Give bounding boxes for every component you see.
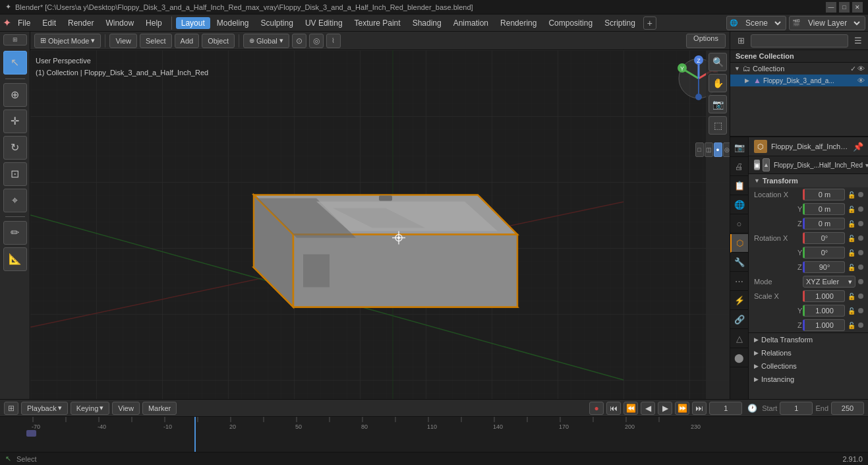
floppy-disk-item[interactable]: ▶ ▲ Floppy_Disk_3_and_a... 👁 <box>730 75 868 86</box>
menu-help[interactable]: Help <box>140 17 167 29</box>
location-y-field[interactable]: 0 m <box>803 203 845 215</box>
location-z-field[interactable]: 0 m <box>803 218 845 230</box>
options-button[interactable]: Options <box>686 34 726 48</box>
prop-instancing[interactable]: ▶ Instancing <box>749 373 868 386</box>
rotation-z-lock[interactable]: 🔓 <box>848 264 855 271</box>
tab-modeling[interactable]: Modeling <box>212 17 254 29</box>
rotate-tool-button[interactable]: ↻ <box>3 136 27 160</box>
play-back-button[interactable]: ◀ <box>641 402 655 415</box>
collection-checkbox[interactable]: ✓ <box>850 65 856 73</box>
viewport-pan[interactable]: ✋ <box>709 74 727 92</box>
view-button[interactable]: View <box>112 402 140 415</box>
rotation-y-field[interactable]: 0° <box>803 247 845 259</box>
outliner-search-input[interactable] <box>751 34 848 47</box>
floppy-eye[interactable]: 👁 <box>857 77 865 84</box>
location-y-lock[interactable]: 🔓 <box>848 206 855 213</box>
transform-selector[interactable]: ⊕ Global ▾ <box>243 34 289 48</box>
prop-tab-data[interactable]: △ <box>730 330 749 348</box>
scale-y-field[interactable]: 1.000 <box>803 305 845 317</box>
add-workspace-button[interactable]: + <box>643 16 656 30</box>
playback-button[interactable]: Playback ▾ <box>21 402 68 415</box>
tab-scripting[interactable]: Scripting <box>599 17 641 29</box>
outliner-filter-button[interactable]: ☰ <box>851 34 865 48</box>
viewport-overlay-2[interactable]: ◫ <box>705 142 713 157</box>
location-x-field[interactable]: 0 m <box>803 189 845 201</box>
viewport-3d[interactable]: User Perspective (1) Collection | Floppy… <box>30 50 730 399</box>
viewport-overlay-1[interactable]: □ <box>695 142 704 157</box>
prop-tab-output[interactable]: 🖨 <box>730 158 749 176</box>
jump-start-button[interactable]: ⏮ <box>606 402 621 415</box>
viewport-camera[interactable]: 📷 <box>709 95 727 113</box>
minimize-button[interactable]: — <box>826 2 836 13</box>
step-fwd-button[interactable]: ⏩ <box>675 402 689 415</box>
prop-mode-value[interactable]: XYZ Euler ▾ <box>803 276 855 288</box>
collection-item-collection[interactable]: ▼ 🗂 Collection ✓ 👁 <box>730 63 868 75</box>
view-layer-selector[interactable]: View Layer <box>801 16 862 30</box>
cursor-tool-button[interactable]: ⊕ <box>3 83 27 107</box>
viewport-render-mode[interactable]: ⬚ <box>709 116 727 135</box>
current-frame-input[interactable] <box>709 402 742 415</box>
prop-tab-render[interactable]: 📷 <box>730 139 749 157</box>
prop-relations[interactable]: ▶ Relations <box>749 346 868 359</box>
outliner-mode-icon[interactable]: ⊞ <box>734 34 748 48</box>
transform-tool-button[interactable]: ⌖ <box>3 189 27 212</box>
menu-edit[interactable]: Edit <box>37 17 61 29</box>
location-z-lock[interactable]: 🔓 <box>848 220 855 228</box>
annotate-tool-button[interactable]: ✏ <box>3 221 27 245</box>
object-menu-button[interactable]: Object <box>202 34 235 48</box>
menu-render[interactable]: Render <box>63 17 99 29</box>
scene-selector[interactable]: Scene <box>739 16 783 30</box>
scale-x-field[interactable]: 1.000 <box>803 290 845 302</box>
scale-y-lock[interactable]: 🔓 <box>848 307 855 315</box>
add-menu-button[interactable]: Add <box>175 34 200 48</box>
scale-tool-button[interactable]: ⊡ <box>3 162 27 186</box>
tab-compositing[interactable]: Compositing <box>543 17 598 29</box>
step-back-button[interactable]: ⏪ <box>623 402 638 415</box>
jump-end-button[interactable]: ⏭ <box>692 402 707 415</box>
tab-sculpting[interactable]: Sculpting <box>256 17 299 29</box>
scale-x-lock[interactable]: 🔓 <box>848 293 855 300</box>
tab-uv-editing[interactable]: UV Editing <box>300 17 348 29</box>
viewport-solid-mode[interactable]: ● <box>714 142 722 157</box>
prop-transform-header[interactable]: ▼ Transform <box>749 174 868 187</box>
prop-tab-object[interactable]: ⬡ <box>730 234 749 253</box>
prop-tab-scene[interactable]: 🌐 <box>730 196 749 214</box>
tab-rendering[interactable]: Rendering <box>495 17 542 29</box>
rotation-x-lock[interactable]: 🔓 <box>848 235 855 242</box>
location-x-lock[interactable]: 🔓 <box>848 191 855 199</box>
prop-tab-particles[interactable]: ⋯ <box>730 272 749 291</box>
select-tool-button[interactable]: ↖ <box>3 51 27 75</box>
prop-delta-transform[interactable]: ▶ Delta Transform <box>749 333 868 346</box>
menu-window[interactable]: Window <box>100 17 139 29</box>
prop-collections[interactable]: ▶ Collections <box>749 359 868 373</box>
menu-file[interactable]: File <box>13 17 36 29</box>
tab-layout[interactable]: Layout <box>176 17 210 29</box>
rotation-z-field[interactable]: 90° <box>803 261 845 273</box>
prop-tab-view[interactable]: 📋 <box>730 177 749 195</box>
prop-obj-dropdown-arrow[interactable]: ▾ <box>865 162 868 169</box>
measure-tool-button[interactable]: 📐 <box>3 247 27 271</box>
marker-button[interactable]: Marker <box>142 402 177 415</box>
prop-tab-material[interactable]: ⬤ <box>730 349 749 367</box>
prop-tab-world[interactable]: ○ <box>730 215 749 233</box>
start-frame-input[interactable] <box>780 402 813 415</box>
rotation-x-field[interactable]: 0° <box>803 232 845 244</box>
timeline-track[interactable]: -70 -40 -10 20 50 80 110 140 170 200 230 <box>0 417 868 452</box>
collection-eye[interactable]: 👁 <box>857 65 865 73</box>
maximize-button[interactable]: □ <box>839 2 850 13</box>
scale-z-field[interactable]: 1.000 <box>803 319 845 331</box>
view-menu-button[interactable]: View <box>109 34 137 48</box>
proportional-edit-button[interactable]: ◎ <box>309 34 324 48</box>
prop-pin-button[interactable]: 📌 <box>853 142 863 152</box>
tab-texture-paint[interactable]: Texture Paint <box>349 17 406 29</box>
prop-tab-constraints[interactable]: 🔗 <box>730 311 749 329</box>
prop-tab-physics[interactable]: ⚡ <box>730 292 749 310</box>
snap-button[interactable]: ⊙ <box>292 34 306 48</box>
timeline-mode-icon[interactable]: ⊞ <box>4 402 18 415</box>
rotation-y-lock[interactable]: 🔓 <box>848 249 855 257</box>
tab-animation[interactable]: Animation <box>448 17 494 29</box>
keying-button[interactable]: Keying ▾ <box>71 402 110 415</box>
play-button[interactable]: ▶ <box>658 402 672 415</box>
viewport-mode-selector[interactable]: ⊞ Object Mode ▾ <box>34 34 101 48</box>
proportional-icon-2[interactable]: ⌇ <box>326 34 341 48</box>
